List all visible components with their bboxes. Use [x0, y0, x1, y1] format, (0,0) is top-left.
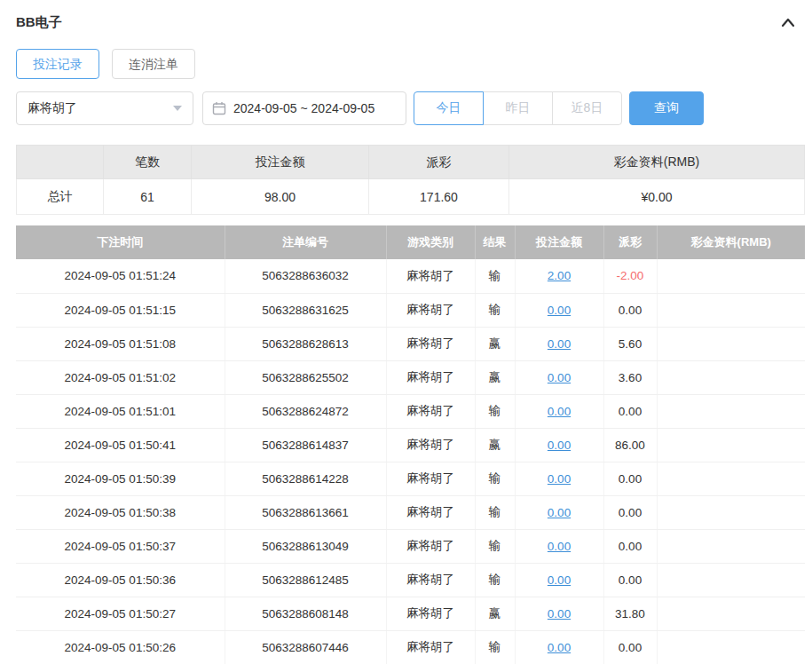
- payout-cell: 86.00: [603, 428, 657, 462]
- bet-amount-link[interactable]: 0.00: [548, 337, 571, 351]
- bonus-cell: [657, 327, 805, 360]
- game-type-cell: 麻将胡了: [386, 428, 475, 462]
- bet-amount-cell: 0.00: [515, 428, 603, 462]
- game-type-cell: 麻将胡了: [386, 327, 475, 360]
- game-select-value: 麻将胡了: [28, 100, 77, 116]
- game-select[interactable]: 麻将胡了: [16, 91, 193, 125]
- bet-time-cell: 2024-09-05 01:50:41: [16, 428, 225, 462]
- result-cell: 输: [475, 293, 515, 327]
- bet-amount-link[interactable]: 0.00: [548, 371, 571, 384]
- summary-header-bet-amount: 投注金额: [192, 146, 369, 179]
- game-type-cell: 麻将胡了: [386, 630, 475, 664]
- bet-amount-link[interactable]: 0.00: [548, 607, 571, 621]
- tab-bar: 投注记录 连消注单: [16, 49, 805, 79]
- collapse-button[interactable]: [780, 15, 796, 31]
- bet-table: 下注时间 注单编号 游戏类别 结果 投注金额 派彩 彩金资料(RMB) 2024…: [16, 225, 805, 664]
- game-type-cell: 麻将胡了: [386, 563, 475, 597]
- result-cell: 赢: [475, 597, 515, 630]
- bet-table-body: 2024-09-05 01:51:24 5063288636032 麻将胡了 输…: [16, 259, 805, 664]
- result-cell: 输: [475, 630, 515, 664]
- summary-total-payout: 171.60: [369, 179, 509, 215]
- search-button[interactable]: 查询: [629, 91, 704, 125]
- summary-header-bonus: 彩金资料(RMB): [509, 146, 805, 179]
- bonus-cell: [657, 259, 805, 293]
- summary-table: 笔数 投注金额 派彩 彩金资料(RMB) 总计 61 98.00 171.60 …: [16, 145, 805, 215]
- table-row: 2024-09-05 01:51:24 5063288636032 麻将胡了 输…: [16, 259, 805, 293]
- bet-time-cell: 2024-09-05 01:50:38: [16, 495, 225, 529]
- bet-amount-link[interactable]: 0.00: [548, 472, 571, 486]
- bet-amount-cell: 0.00: [515, 597, 603, 630]
- bonus-cell: [657, 428, 805, 462]
- bet-amount-link[interactable]: 0.00: [548, 304, 571, 317]
- order-id-cell: 5063288625502: [225, 360, 386, 394]
- bb-electronics-panel: BB电子 投注记录 连消注单 麻将胡了 2024-09-05 ~ 2024-09…: [0, 0, 812, 664]
- bet-amount-link[interactable]: 0.00: [548, 506, 571, 519]
- result-cell: 赢: [475, 327, 515, 360]
- table-row: 2024-09-05 01:51:15 5063288631625 麻将胡了 输…: [16, 293, 805, 327]
- header-order-id: 注单编号: [225, 225, 386, 259]
- bet-amount-link[interactable]: 2.00: [548, 269, 571, 282]
- payout-cell: 3.60: [603, 360, 657, 394]
- bonus-cell: [657, 529, 805, 563]
- bet-amount-cell: 0.00: [515, 563, 603, 597]
- bet-time-cell: 2024-09-05 01:51:01: [16, 394, 225, 428]
- tab-cancelled-orders[interactable]: 连消注单: [112, 49, 195, 79]
- summary-total-bet-amount: 98.00: [192, 179, 369, 215]
- quick-filter-last8days[interactable]: 近8日: [552, 91, 622, 125]
- payout-cell: 0.00: [603, 630, 657, 664]
- table-row: 2024-09-05 01:50:26 5063288607446 麻将胡了 输…: [16, 630, 805, 664]
- order-id-cell: 5063288613661: [225, 495, 386, 529]
- summary-total-label: 总计: [17, 179, 104, 215]
- bet-amount-link[interactable]: 0.00: [548, 540, 571, 553]
- header-bet-time: 下注时间: [16, 225, 225, 259]
- game-type-cell: 麻将胡了: [386, 529, 475, 563]
- filter-row: 麻将胡了 2024-09-05 ~ 2024-09-05 今日 昨日 近8日 查…: [16, 91, 805, 125]
- bonus-cell: [657, 563, 805, 597]
- order-id-cell: 5063288608148: [225, 597, 386, 630]
- game-type-cell: 麻将胡了: [386, 462, 475, 495]
- bonus-cell: [657, 495, 805, 529]
- result-cell: 赢: [475, 428, 515, 462]
- result-cell: 输: [475, 259, 515, 293]
- game-type-cell: 麻将胡了: [386, 394, 475, 428]
- bet-amount-cell: 0.00: [515, 394, 603, 428]
- game-type-cell: 麻将胡了: [386, 293, 475, 327]
- summary-header-payout: 派彩: [369, 146, 509, 179]
- payout-cell: 0.00: [603, 293, 657, 327]
- bet-amount-link[interactable]: 0.00: [548, 641, 571, 654]
- bet-time-cell: 2024-09-05 01:51:24: [16, 259, 225, 293]
- table-row: 2024-09-05 01:51:01 5063288624872 麻将胡了 输…: [16, 394, 805, 428]
- bet-amount-cell: 0.00: [515, 327, 603, 360]
- bonus-cell: [657, 462, 805, 495]
- bonus-cell: [657, 394, 805, 428]
- bet-amount-link[interactable]: 0.00: [548, 573, 571, 587]
- order-id-cell: 5063288607446: [225, 630, 386, 664]
- bet-time-cell: 2024-09-05 01:50:36: [16, 563, 225, 597]
- bet-amount-cell: 0.00: [515, 630, 603, 664]
- date-range-picker[interactable]: 2024-09-05 ~ 2024-09-05: [202, 91, 406, 125]
- table-row: 2024-09-05 01:50:27 5063288608148 麻将胡了 赢…: [16, 597, 805, 630]
- quick-filter-today[interactable]: 今日: [414, 91, 484, 125]
- result-cell: 输: [475, 394, 515, 428]
- panel-header: BB电子: [16, 11, 805, 31]
- payout-cell: 5.60: [603, 327, 657, 360]
- bet-table-header-row: 下注时间 注单编号 游戏类别 结果 投注金额 派彩 彩金资料(RMB): [16, 225, 805, 259]
- game-type-cell: 麻将胡了: [386, 597, 475, 630]
- bonus-cell: [657, 630, 805, 664]
- bet-amount-link[interactable]: 0.00: [548, 439, 571, 452]
- tab-bet-records[interactable]: 投注记录: [16, 49, 99, 79]
- chevron-up-icon: [780, 15, 796, 31]
- result-cell: 输: [475, 529, 515, 563]
- quick-filter-yesterday[interactable]: 昨日: [483, 91, 553, 125]
- result-cell: 赢: [475, 360, 515, 394]
- summary-total-count: 61: [104, 179, 192, 215]
- header-bet-amount: 投注金额: [515, 225, 603, 259]
- bet-amount-cell: 2.00: [515, 259, 603, 293]
- order-id-cell: 5063288614837: [225, 428, 386, 462]
- header-bonus: 彩金资料(RMB): [657, 225, 805, 259]
- table-row: 2024-09-05 01:50:41 5063288614837 麻将胡了 赢…: [16, 428, 805, 462]
- bet-amount-link[interactable]: 0.00: [548, 405, 571, 418]
- quick-filter-group: 今日 昨日 近8日: [414, 91, 622, 125]
- table-row: 2024-09-05 01:51:08 5063288628613 麻将胡了 赢…: [16, 327, 805, 360]
- bet-time-cell: 2024-09-05 01:51:08: [16, 327, 225, 360]
